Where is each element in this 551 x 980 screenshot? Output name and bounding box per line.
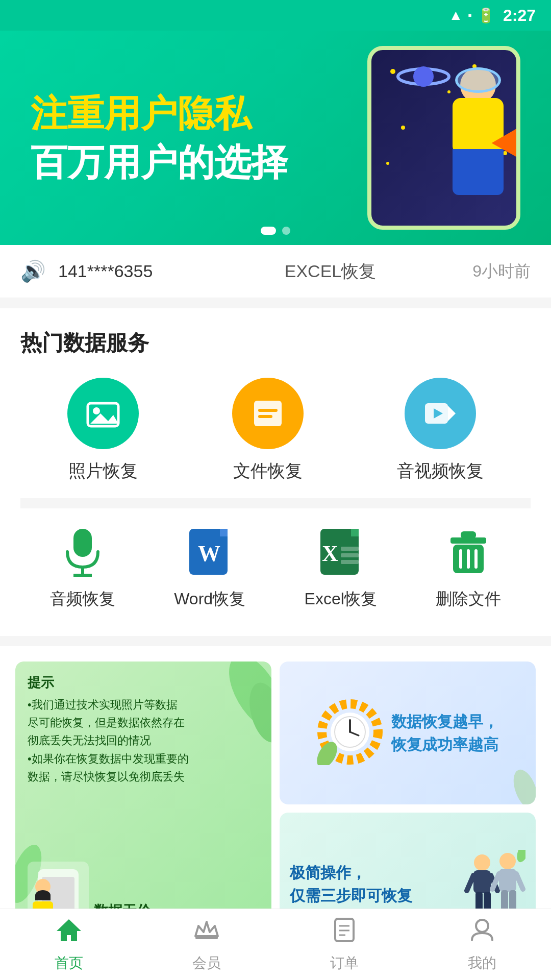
word-icon: W — [182, 524, 238, 580]
delete-files-label: 删除文件 — [436, 588, 501, 610]
status-icons: ▲ ▪ 🔋 — [448, 7, 495, 24]
services-bottom-row: 音频恢复 W Word恢复 — [20, 508, 531, 616]
dot-2[interactable] — [282, 227, 290, 235]
service-file-restore[interactable]: 文件恢复 — [232, 378, 304, 483]
photo-restore-label: 照片恢复 — [68, 459, 138, 483]
services-top-row: 照片恢复 文件恢复 音视频恢复 — [20, 378, 531, 483]
svg-rect-67 — [195, 936, 218, 939]
svg-point-5 — [386, 162, 389, 165]
battery-icon: 🔋 — [477, 7, 495, 24]
svg-line-61 — [516, 874, 523, 889]
order-icon — [331, 917, 358, 949]
excel-restore-label: Excel恢复 — [305, 588, 377, 610]
nav-order-label: 订单 — [330, 953, 359, 973]
leaf-decor-card2 — [505, 764, 536, 804]
service-video-restore[interactable]: 音视频恢复 — [397, 378, 484, 483]
word-restore-label: Word恢复 — [174, 588, 245, 610]
hero-title-line1: 注重用户隐私 — [31, 91, 288, 135]
bottom-nav: 首页 会员 订单 我的 — [0, 909, 551, 980]
svg-rect-28 — [341, 547, 359, 551]
gear-clock-illus — [317, 699, 383, 767]
hero-text: 注重用户隐私 百万用户的选择 — [31, 91, 288, 185]
service-audio-restore[interactable]: 音频恢复 — [50, 524, 115, 610]
svg-rect-59 — [499, 869, 516, 892]
svg-rect-29 — [341, 553, 359, 557]
video-restore-label: 音视频恢复 — [397, 459, 484, 483]
nav-profile[interactable]: 我的 — [413, 917, 551, 973]
nav-home-label: 首页 — [55, 953, 83, 973]
dot-1[interactable] — [261, 227, 276, 235]
file-icon-svg — [250, 396, 286, 431]
hero-title-highlight: 隐私 — [178, 93, 251, 134]
rate-card-text: 数据恢复越早， 恢复成功率越高 — [391, 710, 498, 756]
excel-icon: X — [313, 524, 369, 580]
svg-point-58 — [499, 853, 516, 869]
svg-marker-16 — [448, 406, 456, 421]
service-photo-restore[interactable]: 照片恢复 — [67, 378, 139, 483]
svg-rect-27 — [351, 529, 359, 536]
hot-services-section: 热门数据服务 照片恢复 文件恢复 — [0, 308, 551, 636]
notif-time: 9小时前 — [472, 260, 531, 283]
hero-title-prefix: 注重用户 — [31, 93, 178, 134]
delete-icon — [440, 524, 496, 580]
promo-hint-title: 提示 — [28, 674, 259, 692]
nav-member[interactable]: 会员 — [138, 917, 276, 973]
svg-rect-18 — [73, 529, 92, 557]
nav-member-label: 会员 — [192, 953, 221, 973]
nav-home[interactable]: 首页 — [0, 917, 138, 973]
user-icon-svg — [469, 917, 495, 943]
nav-profile-label: 我的 — [468, 953, 496, 973]
svg-text:X: X — [322, 541, 338, 566]
hero-title-line2: 百万用户的选择 — [31, 140, 288, 184]
svg-marker-65 — [57, 919, 81, 941]
svg-rect-14 — [258, 415, 272, 418]
section-title-hot: 热门数据服务 — [20, 329, 531, 357]
rate-line1: 数据恢复越早， — [391, 713, 498, 730]
carousel-dots — [261, 227, 290, 235]
steps-line1: 极简操作， — [290, 864, 366, 881]
promo-card-rate[interactable]: 数据恢复越早， 恢复成功率越高 — [280, 662, 536, 804]
section-divider — [20, 498, 531, 508]
word-svg: W — [187, 526, 233, 577]
svg-marker-66 — [195, 922, 218, 936]
video-icon-svg — [422, 396, 458, 431]
notif-type: EXCEL恢复 — [201, 260, 460, 283]
status-bar: ▲ ▪ 🔋 2:27 — [0, 0, 551, 31]
svg-point-0 — [390, 69, 395, 74]
svg-line-54 — [467, 875, 473, 891]
hero-banner: 注重用户隐私 百万用户的选择 — [0, 31, 551, 245]
file-icon-circle — [232, 378, 304, 449]
svg-point-72 — [476, 920, 488, 932]
promo-hint-content: 提示 •我们通过技术实现照片等数据 尽可能恢复，但是数据依然存在 彻底丢失无法找… — [28, 674, 259, 786]
rate-person: 数据恢复越早， 恢复成功率越高 — [391, 710, 498, 756]
svg-rect-62 — [501, 890, 508, 911]
speaker-icon: 🔊 — [20, 259, 46, 283]
nav-order[interactable]: 订单 — [276, 917, 413, 973]
svg-point-52 — [474, 854, 490, 871]
svg-rect-13 — [258, 409, 278, 412]
sim-icon: ▪ — [468, 9, 472, 22]
svg-rect-12 — [254, 401, 282, 426]
home-icon-svg — [56, 917, 82, 943]
notif-phone: 141****6355 — [58, 261, 188, 281]
audio-restore-label: 音频恢复 — [50, 588, 115, 610]
svg-text:W: W — [198, 541, 220, 566]
svg-rect-23 — [220, 529, 228, 536]
steps-line2: 仅需三步即可恢复 — [290, 887, 412, 904]
svg-point-3 — [401, 126, 405, 130]
promo-card-blue-bg: 数据恢复越早， 恢复成功率越高 — [280, 662, 536, 804]
steps-card-text: 极简操作， 仅需三步即可恢复 — [290, 861, 459, 907]
svg-point-51 — [509, 767, 536, 804]
audio-icon — [55, 524, 111, 580]
svg-rect-63 — [509, 890, 516, 911]
order-icon-svg — [331, 917, 358, 943]
notification-bar: 🔊 141****6355 EXCEL恢复 9小时前 — [0, 245, 551, 298]
photo-icon-circle — [67, 378, 139, 449]
user-icon — [469, 917, 495, 949]
steps-illustration: 极简操作， 仅需三步即可恢复 — [290, 850, 525, 918]
service-delete-files[interactable]: 删除文件 — [436, 524, 501, 610]
steps-person-illus — [464, 850, 525, 918]
service-word-restore[interactable]: W Word恢复 — [174, 524, 245, 610]
service-excel-restore[interactable]: X Excel恢复 — [305, 524, 377, 610]
file-restore-label: 文件恢复 — [233, 459, 303, 483]
